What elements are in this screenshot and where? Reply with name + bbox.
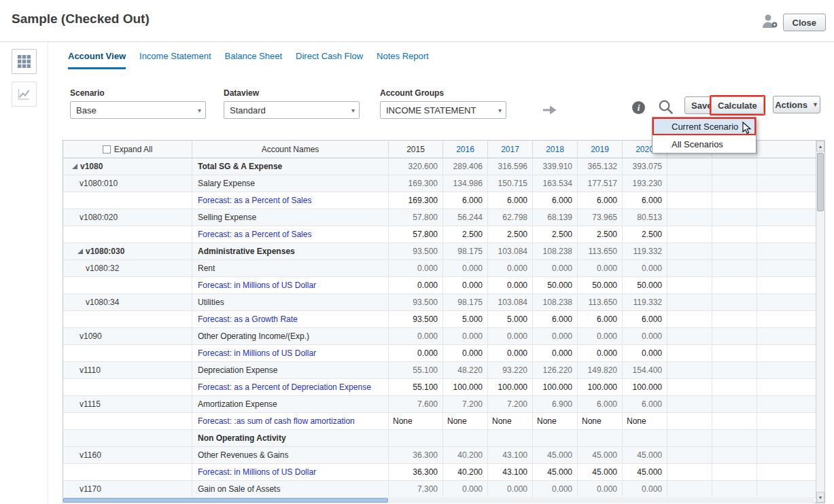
year-column-2016[interactable]: 2016 [443,141,488,158]
scenario-select[interactable]: Base ▾ [70,101,206,119]
chart-view-icon[interactable] [12,82,37,107]
forecast-method-link[interactable]: Forecast: as a Growth Rate [198,314,298,324]
value-cell[interactable]: 6.000 [488,192,533,209]
value-cell[interactable]: 0.000 [578,345,623,361]
value-cell[interactable]: 0.000 [488,345,533,361]
forecast-method-link[interactable]: Forecast: as a Percent of Depreciation E… [198,382,371,392]
account-name-cell: Forecast: in Millions of US Dollar [192,464,389,480]
menu-item-current-scenario[interactable]: Current Scenario [653,118,756,135]
value-cell[interactable]: 50.000 [623,277,667,293]
value-cell: 0.000 [578,328,623,344]
tab-balance-sheet[interactable]: Balance Sheet [225,51,283,69]
user-status-icon[interactable] [761,14,778,32]
forecast-method-link[interactable]: Forecast: in Millions of US Dollar [198,467,316,477]
value-cell[interactable]: 100.000 [488,379,533,395]
value-cell[interactable]: 0.000 [389,345,443,361]
scroll-up-icon[interactable]: ▲ [816,141,824,151]
forecast-method-link[interactable]: Forecast: in Millions of US Dollar [198,348,316,358]
value-cell[interactable]: None [533,413,578,429]
dataview-filter: Dataview Standard ▾ [224,88,360,119]
collapse-triangle-icon[interactable] [77,249,83,254]
value-cell[interactable]: None [443,413,488,429]
value-cell[interactable]: 0.000 [488,277,533,293]
value-cell[interactable]: 0.000 [443,345,488,361]
value-cell: 45.000 [623,447,667,463]
value-cell[interactable]: 100.000 [443,379,488,395]
vscroll-thumb[interactable] [817,153,824,211]
value-cell[interactable]: 6.000 [578,311,623,327]
filler-cell [757,175,816,192]
value-cell[interactable]: 2.500 [578,226,623,242]
collapse-triangle-icon[interactable] [72,164,77,169]
value-cell[interactable]: 50.000 [533,277,578,293]
value-cell[interactable]: 57.800 [389,226,443,242]
value-cell[interactable]: 100.000 [623,379,667,395]
value-cell[interactable]: 169.300 [389,192,443,209]
scroll-down-icon[interactable]: ▼ [816,492,824,503]
forecast-method-link[interactable]: Forecast: in Millions of US Dollar [198,281,316,290]
value-cell[interactable]: 6.000 [623,311,667,327]
grid-view-icon[interactable] [12,49,37,74]
value-cell[interactable]: 0.000 [533,345,578,361]
account-name-cell: Gain on Sale of Assets [192,481,389,497]
horizontal-scrollbar[interactable] [63,497,814,503]
value-cell[interactable]: 0.000 [443,277,488,293]
calculate-button[interactable]: Calculate [711,96,764,114]
value-cell[interactable]: 5.000 [443,311,488,327]
value-cell[interactable]: 40.200 [443,464,488,480]
value-cell[interactable]: 2.500 [443,226,488,242]
go-arrow-icon[interactable] [542,105,558,118]
account-name-cell: Rent [192,260,389,276]
value-cell[interactable]: 43.100 [488,464,533,480]
tab-direct-cash-flow[interactable]: Direct Cash Flow [296,51,363,69]
vscroll-track[interactable] [816,211,824,492]
tab-account-view[interactable]: Account View [68,51,126,69]
year-column-2017[interactable]: 2017 [488,141,533,158]
value-cell[interactable]: 6.000 [533,311,578,327]
dataview-select[interactable]: Standard ▾ [224,101,360,119]
tab-notes-report[interactable]: Notes Report [377,51,429,69]
value-cell[interactable]: None [578,413,623,429]
info-icon[interactable]: i [631,101,646,118]
menu-item-all-scenarios[interactable]: All Scenarios [653,135,756,153]
hscroll-thumb[interactable] [63,498,388,503]
value-cell[interactable]: 55.100 [389,379,443,395]
account-groups-select[interactable]: INCOME STATEMENT ▾ [380,101,506,119]
value-cell[interactable]: 2.500 [488,226,533,242]
value-cell[interactable]: 45.000 [623,464,667,480]
value-cell[interactable]: 93.500 [389,311,443,327]
value-cell[interactable]: 0.000 [623,345,667,361]
close-button[interactable]: Close [783,14,826,31]
value-cell[interactable]: 2.500 [623,226,667,242]
value-cell[interactable]: None [389,413,443,429]
forecast-method-link[interactable]: Forecast: as a Percent of Sales [198,230,311,239]
value-cell[interactable]: None [488,413,533,429]
value-cell[interactable]: 6.000 [443,192,488,209]
value-cell[interactable]: 2.500 [533,226,578,242]
value-cell[interactable]: 5.000 [488,311,533,327]
value-cell[interactable]: 100.000 [578,379,623,395]
value-cell[interactable]: 45.000 [578,464,623,480]
main-panel: Account ViewIncome StatementBalance Shee… [48,42,834,503]
year-column-2019[interactable]: 2019 [578,141,623,158]
value-cell[interactable]: 45.000 [533,464,578,480]
expand-all-checkbox[interactable] [103,145,111,154]
forecast-method-link[interactable]: Forecast: :as sum of cash flow amortizat… [198,416,355,426]
value-cell: 0.000 [488,328,533,344]
forecast-method-link[interactable]: Forecast: as a Percent of Sales [198,196,311,205]
value-cell[interactable]: None [623,413,667,429]
value-cell[interactable]: 6.000 [533,192,578,209]
value-cell[interactable]: 6.000 [623,192,667,209]
value-cell[interactable]: 6.000 [578,192,623,209]
value-cell[interactable]: 36.300 [389,464,443,480]
search-icon[interactable] [658,99,674,118]
scenario-value: Base [76,105,195,115]
tab-income-statement[interactable]: Income Statement [139,51,211,69]
year-column-2018[interactable]: 2018 [533,141,578,158]
value-cell[interactable]: 0.000 [389,277,443,293]
value-cell[interactable]: 100.000 [533,379,578,395]
value-cell[interactable]: 50.000 [578,277,623,293]
filler-cell [757,192,816,209]
actions-button[interactable]: Actions ▼ [773,96,820,113]
vertical-scrollbar[interactable]: ▲ ▼ [816,141,824,503]
